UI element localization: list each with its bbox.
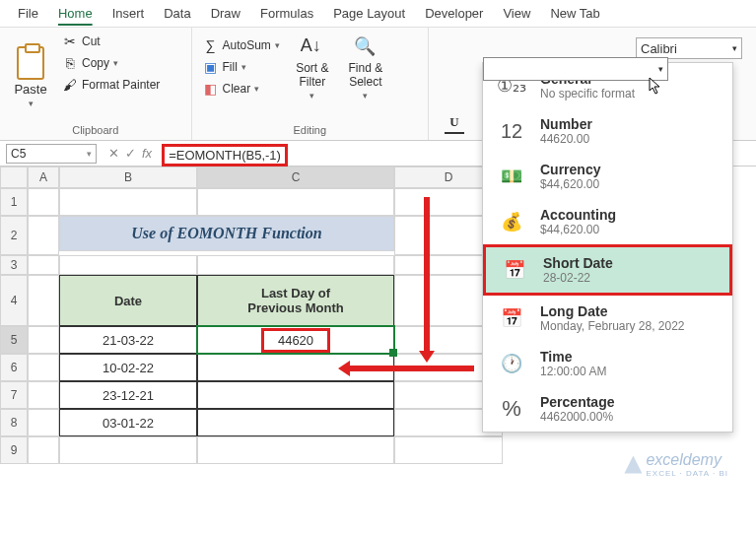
- numfmt-time[interactable]: 🕐 Time12:00:00 AM: [483, 341, 732, 386]
- numfmt-short-date[interactable]: 📅 Short Date28-02-22: [483, 244, 732, 296]
- menu-draw[interactable]: Draw: [201, 2, 250, 25]
- menu-file[interactable]: File: [8, 2, 48, 25]
- numfmt-accounting[interactable]: 💰 Accounting$44,620.00: [483, 199, 732, 244]
- row-header[interactable]: 5: [0, 326, 28, 354]
- title-banner[interactable]: Use of EOMONTH Function: [59, 216, 394, 251]
- cell[interactable]: [59, 188, 197, 216]
- numfmt-number[interactable]: 12 Number44620.00: [483, 108, 732, 154]
- cursor-icon: [649, 77, 662, 95]
- format-painter-label: Format Painter: [82, 78, 160, 92]
- numfmt-title: Long Date: [540, 303, 685, 319]
- cancel-icon[interactable]: ✕: [108, 146, 119, 161]
- menu-formulas[interactable]: Formulas: [250, 2, 323, 25]
- cell[interactable]: [28, 326, 59, 354]
- active-cell[interactable]: 44620: [197, 326, 394, 354]
- copy-icon: ⎘: [62, 55, 78, 71]
- cell[interactable]: [28, 275, 59, 326]
- fill-icon: ▣: [203, 59, 219, 75]
- cell[interactable]: [28, 381, 59, 409]
- cell[interactable]: [59, 255, 197, 275]
- watermark-text: exceldemy: [646, 451, 728, 469]
- numfmt-sub: $44,620.00: [540, 177, 600, 191]
- col-header-b[interactable]: B: [59, 167, 197, 188]
- clear-button[interactable]: ◧Clear ▾: [200, 79, 283, 99]
- cell[interactable]: [197, 436, 394, 464]
- header-line2: Previous Month: [247, 300, 344, 315]
- row-header[interactable]: 7: [0, 381, 28, 409]
- row-header[interactable]: 9: [0, 436, 28, 464]
- format-painter-button[interactable]: 🖌Format Painter: [59, 75, 163, 95]
- cell[interactable]: [59, 436, 197, 464]
- numfmt-sub: 12:00:00 AM: [540, 365, 606, 378]
- name-box-value: C5: [11, 147, 26, 161]
- cell[interactable]: [28, 354, 59, 381]
- menu-home[interactable]: Home: [48, 2, 103, 25]
- cell[interactable]: [197, 409, 394, 436]
- paste-button[interactable]: Paste ▾: [8, 32, 53, 122]
- menu-data[interactable]: Data: [154, 2, 200, 25]
- cell[interactable]: [28, 255, 59, 275]
- percent-icon: %: [495, 394, 528, 424]
- chevron-down-icon: ▾: [658, 64, 663, 74]
- copy-label: Copy: [82, 56, 109, 70]
- row-header[interactable]: 8: [0, 409, 28, 436]
- brush-icon: 🖌: [62, 77, 78, 93]
- cell[interactable]: [28, 436, 59, 464]
- underline-button[interactable]: U: [445, 114, 464, 134]
- cell[interactable]: [28, 216, 59, 255]
- numfmt-currency[interactable]: 💵 Currency$44,620.00: [483, 154, 732, 199]
- cell-date[interactable]: 21-03-22: [59, 326, 197, 354]
- fill-handle[interactable]: [389, 349, 397, 357]
- cell[interactable]: [197, 255, 394, 275]
- paste-label: Paste: [14, 82, 46, 97]
- cell-date[interactable]: 03-01-22: [59, 409, 197, 436]
- eraser-icon: ◧: [203, 81, 219, 97]
- menu-view[interactable]: View: [493, 2, 540, 25]
- numfmt-sub: 4462000.00%: [540, 410, 614, 424]
- table-header-ldpm[interactable]: Last Day ofPrevious Month: [197, 275, 394, 326]
- cell[interactable]: [197, 188, 394, 216]
- cell[interactable]: [28, 409, 59, 436]
- find-select-button[interactable]: 🔍 Find & Select ▾: [342, 32, 389, 122]
- autosum-label: AutoSum: [223, 38, 271, 52]
- menu-developer[interactable]: Developer: [415, 2, 493, 25]
- cell-date[interactable]: 10-02-22: [59, 354, 197, 381]
- row-header[interactable]: 1: [0, 188, 28, 216]
- fx-icon[interactable]: fx: [142, 146, 152, 161]
- cell-date[interactable]: 23-12-21: [59, 381, 197, 409]
- name-box[interactable]: C5 ▾: [6, 144, 97, 164]
- menu-new-tab[interactable]: New Tab: [540, 2, 609, 25]
- menu-page-layout[interactable]: Page Layout: [323, 2, 415, 25]
- sigma-icon: ∑: [203, 37, 219, 53]
- cut-button[interactable]: ✂Cut: [59, 32, 163, 51]
- select-all-corner[interactable]: [0, 167, 28, 188]
- menu-insert[interactable]: Insert: [103, 2, 155, 25]
- number-format-select[interactable]: ▾: [483, 57, 668, 81]
- table-header-date[interactable]: Date: [59, 275, 197, 326]
- watermark-sub: EXCEL · DATA · BI: [646, 469, 728, 478]
- clock-icon: 🕐: [495, 349, 528, 378]
- check-icon[interactable]: ✓: [125, 146, 136, 161]
- numfmt-percentage[interactable]: % Percentage4462000.00%: [483, 386, 732, 432]
- autosum-button[interactable]: ∑AutoSum ▾: [200, 35, 283, 55]
- cell[interactable]: [394, 436, 503, 464]
- formula-controls: ✕ ✓ fx: [103, 146, 158, 161]
- sort-filter-label: Sort & Filter: [291, 61, 334, 89]
- cell[interactable]: [197, 381, 394, 409]
- col-header-a[interactable]: A: [28, 167, 59, 188]
- currency-icon: 💵: [495, 162, 528, 191]
- numfmt-title: Percentage: [540, 394, 614, 410]
- fill-button[interactable]: ▣Fill ▾: [200, 57, 283, 77]
- copy-button[interactable]: ⎘Copy ▾: [59, 53, 163, 73]
- cell[interactable]: [28, 188, 59, 216]
- numfmt-sub: 44620.00: [540, 132, 592, 146]
- row-header[interactable]: 4: [0, 275, 28, 326]
- col-header-c[interactable]: C: [197, 167, 394, 188]
- row-header[interactable]: 2: [0, 216, 28, 255]
- font-name-select[interactable]: Calibri ▾: [636, 37, 742, 59]
- sort-filter-button[interactable]: A↓ Sort & Filter ▾: [289, 32, 336, 122]
- row-header[interactable]: 6: [0, 354, 28, 381]
- number-icon: 12: [495, 116, 528, 146]
- row-header[interactable]: 3: [0, 255, 28, 275]
- numfmt-long-date[interactable]: 📅 Long DateMonday, February 28, 2022: [483, 296, 732, 341]
